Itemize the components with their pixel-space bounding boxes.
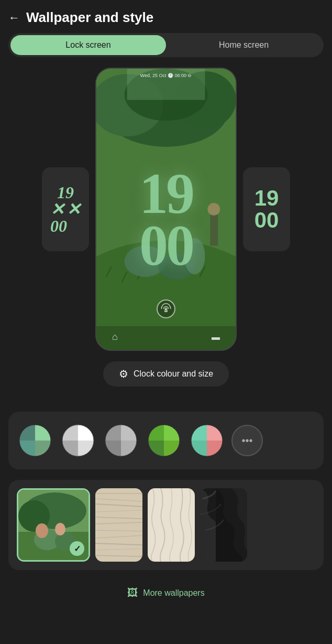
- color-swatch-white-gray[interactable]: [60, 422, 96, 459]
- phone-clock-hours: 19: [139, 168, 193, 220]
- phone-clock-minutes: 00: [139, 220, 193, 272]
- tab-bar: Lock screen Home screen: [8, 33, 324, 57]
- tab-lock-screen[interactable]: Lock screen: [10, 35, 166, 55]
- wallpaper-thumbnails: ✓: [8, 480, 324, 570]
- color-swatch-pink-teal[interactable]: [189, 422, 225, 459]
- side-clock-right-minutes: 00: [254, 209, 279, 231]
- selected-checkmark: ✓: [70, 541, 84, 556]
- svg-point-29: [36, 523, 48, 538]
- more-wallpapers-label: More wallpapers: [143, 588, 204, 598]
- phone-bottom-bar: ⌂ ▬: [96, 326, 236, 350]
- svg-rect-15: [210, 214, 218, 246]
- wallpaper-thumb-fabric[interactable]: [95, 488, 142, 562]
- clock-colour-size-button[interactable]: ⚙ Clock colour and size: [103, 361, 229, 387]
- side-clock-left[interactable]: 19 ✕ ✕ 00: [42, 167, 89, 251]
- wallpaper-thumb-selected[interactable]: ✓: [17, 488, 90, 562]
- side-clock-left-text: 19 ✕ ✕ 00: [50, 184, 81, 234]
- phone-preview: Wed, 25 Oct 🕐 06:00 ⊖ 19 00: [95, 68, 237, 351]
- wallpaper-thumb-fur[interactable]: [148, 488, 195, 562]
- fingerprint-icon[interactable]: [157, 299, 175, 318]
- phone-status-bar: Wed, 25 Oct 🕐 06:00 ⊖: [96, 69, 236, 78]
- svg-point-30: [55, 523, 65, 535]
- header: ← Wallpaper and style: [0, 0, 332, 33]
- card-icon[interactable]: ▬: [212, 332, 220, 342]
- wallpaper-thumb-dark[interactable]: [200, 488, 247, 562]
- side-clock-right-hours: 19: [254, 187, 279, 209]
- color-swatch-gray[interactable]: [103, 422, 139, 459]
- back-button[interactable]: ←: [8, 11, 20, 25]
- color-swatch-green-teal[interactable]: [17, 422, 53, 459]
- color-swatches-container: •••: [8, 412, 324, 469]
- more-colors-button[interactable]: •••: [231, 425, 263, 456]
- wallpaper-carousel: 19 ✕ ✕ 00: [0, 68, 332, 351]
- color-swatch-lime[interactable]: [146, 422, 182, 459]
- home-icon[interactable]: ⌂: [112, 331, 118, 342]
- svg-point-16: [207, 203, 220, 216]
- side-clock-right[interactable]: 19 00: [243, 167, 290, 251]
- wallpaper-icon: 🖼: [127, 587, 138, 599]
- phone-clock: 19 00: [139, 168, 193, 272]
- more-wallpapers-button[interactable]: 🖼 More wallpapers: [121, 581, 211, 605]
- tab-home-screen[interactable]: Home screen: [166, 35, 322, 55]
- gear-icon: ⚙: [119, 368, 128, 380]
- clock-colour-label: Clock colour and size: [134, 369, 213, 379]
- page-title: Wallpaper and style: [26, 9, 153, 26]
